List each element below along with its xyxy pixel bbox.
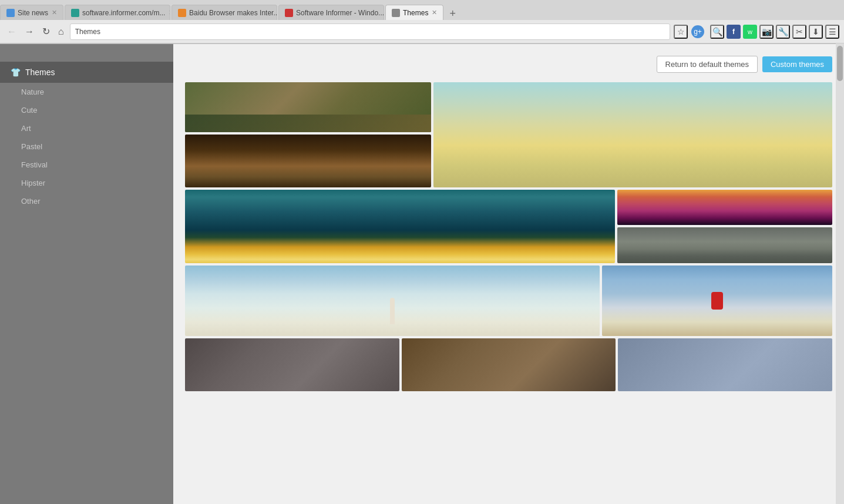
profile-icon[interactable]: g+ [691,25,704,38]
sidebar-cute-label: Cute [21,106,37,115]
sidebar-themes-label: Themes [25,68,55,77]
themes-col-left [185,82,431,187]
address-bar: ← → ↻ ⌂ ☆ g+ 🔍 f w 📷 🔧 ✂ ⬇ ☰ [0,20,844,43]
tab-baidu[interactable]: Baidu Browser makes Inter... ✕ [172,5,277,20]
themes-row-3 [185,266,832,336]
sidebar-sub-themes: Nature Cute Art Pastel Festival Hipster … [0,83,173,210]
themes-row-1 [185,82,832,187]
sidebar-hipster-label: Hipster [21,179,45,187]
sidebar-art-label: Art [21,124,31,133]
tab-bar: Site news ✕ software.informer.com/m... ✕… [0,0,844,20]
sidebar-item-themes[interactable]: 👕 Themes [0,62,173,83]
scrollbar-thumb[interactable] [837,46,843,81]
home-button[interactable]: ⌂ [56,24,66,39]
theme-image-4[interactable] [185,190,615,263]
sidebar-item-art[interactable]: Art [0,119,173,137]
theme-image-8[interactable] [602,266,832,336]
search-button[interactable]: 🔍 [710,25,724,39]
custom-themes-button[interactable]: Custom themes [762,56,832,72]
theme-image-2[interactable] [185,135,431,187]
tab-favicon-1 [6,9,15,17]
themes-row-2 [185,190,832,263]
download-icon[interactable]: ⬇ [809,25,823,39]
sidebar-item-pastel[interactable]: Pastel [0,137,173,156]
back-button[interactable]: ← [5,24,19,39]
reload-button[interactable]: ↻ [40,23,52,39]
scissors-icon[interactable]: ✂ [792,25,806,39]
menu-button[interactable]: ☰ [825,25,839,39]
tab-close-5[interactable]: ✕ [432,9,437,16]
tab-label-4: Software Informer - Windo... [296,9,384,17]
bookmark-button[interactable]: ☆ [674,25,688,39]
tab-software-informer-m[interactable]: software.informer.com/m... ✕ [65,5,170,20]
whatsapp-icon[interactable]: w [743,25,757,39]
tab-label-2: software.informer.com/m... [82,9,165,17]
tab-close-2[interactable]: ✕ [169,9,170,16]
theme-image-6[interactable] [617,227,832,263]
sidebar-item-hipster[interactable]: Hipster [0,174,173,192]
page-content: Return to default themes Custom themes [173,44,844,504]
themes-row-4 [185,338,832,391]
tools-icon[interactable]: 🔧 [776,25,790,39]
themes-header: Return to default themes Custom themes [185,56,832,73]
theme-image-11[interactable] [618,338,832,391]
browser-chrome: Site news ✕ software.informer.com/m... ✕… [0,0,844,44]
tab-favicon-2 [71,9,79,17]
tab-software-informer-w[interactable]: Software Informer - Windo... ✕ [278,5,384,20]
sidebar-item-other[interactable]: Other [0,192,173,210]
return-to-default-themes-button[interactable]: Return to default themes [657,56,758,73]
tab-label-5: Themes [403,9,428,17]
facebook-icon[interactable]: f [727,25,741,39]
sidebar-item-cute[interactable]: Cute [0,101,173,119]
tab-favicon-3 [178,9,186,17]
tab-favicon-5 [392,9,400,17]
sidebar-nature-label: Nature [21,88,44,96]
toolbar-right: 🔍 f w 📷 🔧 ✂ ⬇ ☰ [710,25,839,39]
tab-label-3: Baidu Browser makes Inter... [189,9,277,17]
themes-col-right-2 [617,190,832,263]
theme-image-10[interactable] [402,338,616,391]
theme-image-5[interactable] [617,190,832,225]
sidebar-item-nature[interactable]: Nature [0,83,173,101]
themes-icon: 👕 [11,68,21,77]
content-area: 👕 Themes Nature Cute Art Pastel Festival… [0,44,844,504]
address-input[interactable] [70,23,670,40]
camera-icon[interactable]: 📷 [759,25,774,39]
theme-image-9[interactable] [185,338,399,391]
theme-image-7[interactable] [185,266,600,336]
tab-favicon-4 [285,9,293,17]
theme-image-1[interactable] [185,82,431,132]
sidebar-festival-label: Festival [21,160,48,169]
tab-themes[interactable]: Themes ✕ [385,5,443,20]
new-tab-button[interactable]: + [445,8,460,20]
scrollbar-track[interactable] [836,43,844,504]
sidebar-other-label: Other [21,197,41,206]
themes-grid [185,82,832,391]
sidebar-item-festival[interactable]: Festival [0,156,173,174]
theme-image-3[interactable] [433,82,832,187]
sidebar-pastel-label: Pastel [21,142,42,151]
tab-close-1[interactable]: ✕ [52,9,57,16]
forward-button[interactable]: → [22,24,36,39]
sidebar: 👕 Themes Nature Cute Art Pastel Festival… [0,44,173,504]
tab-label-1: Site news [18,9,48,17]
tab-site-news[interactable]: Site news ✕ [0,5,63,20]
